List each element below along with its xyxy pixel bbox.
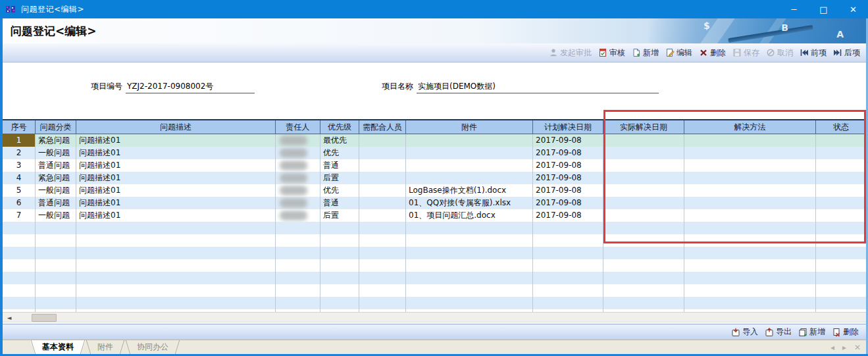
header-helpers[interactable]: 需配合人员	[359, 120, 406, 134]
cell-solution[interactable]	[684, 159, 816, 172]
cell-responsible[interactable]	[276, 284, 320, 297]
header-seq[interactable]: 序号	[3, 120, 36, 134]
cell-category[interactable]	[36, 234, 76, 247]
cell-seq[interactable]: 7	[3, 209, 36, 222]
cell-solution[interactable]	[684, 197, 816, 209]
cell-actual-date[interactable]	[603, 134, 684, 147]
cell-responsible[interactable]	[276, 247, 320, 259]
cell-category[interactable]	[36, 259, 76, 272]
cell-status[interactable]	[816, 197, 866, 209]
cell-priority[interactable]	[320, 259, 359, 272]
cell-solution[interactable]	[684, 147, 816, 159]
cell-actual-date[interactable]	[603, 184, 684, 197]
minimize-button[interactable]: ─	[779, 0, 809, 18]
cell-priority[interactable]	[320, 284, 359, 297]
cell-category[interactable]: 一般问题	[36, 184, 76, 197]
cell-planned-date[interactable]: 2017-09-08	[533, 184, 603, 197]
cell-responsible[interactable]	[276, 234, 320, 247]
cell-description[interactable]	[76, 247, 276, 259]
header-status[interactable]: 状态	[816, 120, 866, 134]
cell-status[interactable]	[816, 147, 866, 159]
cell-helpers[interactable]	[359, 234, 406, 247]
cell-description[interactable]: 问题描述01	[76, 134, 276, 147]
cell-solution[interactable]	[684, 259, 816, 272]
cell-status[interactable]	[816, 234, 866, 247]
table-row[interactable]: 3普通问题问题描述01普通2017-09-08	[3, 159, 866, 172]
tab-scroll-left-button[interactable]: ◂	[830, 343, 834, 352]
cell-planned-date[interactable]: 2017-09-08	[533, 147, 603, 159]
cell-description[interactable]	[76, 234, 276, 247]
cell-description[interactable]: 问题描述01	[76, 197, 276, 209]
tab-attachments[interactable]: 附件	[86, 340, 125, 354]
cell-attachment[interactable]	[406, 297, 533, 309]
table-row[interactable]	[3, 272, 866, 284]
cell-responsible[interactable]	[276, 259, 320, 272]
table-row[interactable]: 2一般问题问题描述01优先2017-09-08	[3, 147, 866, 159]
header-responsible[interactable]: 责任人	[276, 120, 320, 134]
table-row[interactable]: 4紧急问题问题描述01后置2017-09-08	[3, 172, 866, 184]
table-row[interactable]: 7一般问题问题描述01后置01、项目问题汇总.docx2017-09-08	[3, 209, 866, 222]
cell-helpers[interactable]	[359, 159, 406, 172]
edit-button[interactable]: 编辑	[662, 45, 696, 61]
header-planned-date[interactable]: 计划解决日期	[533, 120, 603, 134]
cell-planned-date[interactable]: 2017-09-08	[533, 209, 603, 222]
table-row[interactable]	[3, 297, 866, 309]
cell-responsible[interactable]	[276, 134, 320, 147]
cell-actual-date[interactable]	[603, 284, 684, 297]
cell-planned-date[interactable]: 2017-09-08	[533, 172, 603, 184]
cell-solution[interactable]	[684, 284, 816, 297]
cell-attachment[interactable]: 01、QQ对接(专属客服).xlsx	[406, 197, 533, 209]
cell-solution[interactable]	[684, 297, 816, 309]
cell-actual-date[interactable]	[603, 147, 684, 159]
cell-attachment[interactable]	[406, 222, 533, 234]
cell-description[interactable]	[76, 259, 276, 272]
cell-category[interactable]: 紧急问题	[36, 172, 76, 184]
cell-description[interactable]	[76, 284, 276, 297]
cell-status[interactable]	[816, 184, 866, 197]
cell-responsible[interactable]	[276, 297, 320, 309]
cell-priority[interactable]	[320, 247, 359, 259]
cell-planned-date[interactable]	[533, 272, 603, 284]
cell-seq[interactable]: 2	[3, 147, 36, 159]
project-number-field[interactable]: YZJ2-2017-0908002号	[126, 79, 255, 93]
cell-category[interactable]: 普通问题	[36, 159, 76, 172]
cell-planned-date[interactable]	[533, 234, 603, 247]
cancel-button[interactable]: 取消	[763, 45, 796, 61]
cell-description[interactable]	[76, 272, 276, 284]
cell-planned-date[interactable]	[533, 297, 603, 309]
cell-category[interactable]	[36, 272, 76, 284]
initiate-approval-button[interactable]: 发起审批	[546, 45, 595, 61]
header-category[interactable]: 问题分类	[36, 120, 76, 134]
maximize-button[interactable]: □	[809, 0, 838, 18]
cell-category[interactable]: 一般问题	[36, 147, 76, 159]
tab-scroll-right-button[interactable]: ▸	[842, 343, 846, 352]
cell-solution[interactable]	[684, 272, 816, 284]
cell-responsible[interactable]	[276, 209, 320, 222]
add-button[interactable]: 新增	[628, 45, 662, 61]
cell-status[interactable]	[816, 159, 866, 172]
cell-responsible[interactable]	[276, 147, 320, 159]
cell-status[interactable]	[816, 297, 866, 309]
cell-actual-date[interactable]	[603, 209, 684, 222]
cell-status[interactable]	[816, 259, 866, 272]
cell-helpers[interactable]	[359, 222, 406, 234]
cell-category[interactable]	[36, 247, 76, 259]
cell-helpers[interactable]	[359, 184, 406, 197]
cell-helpers[interactable]	[359, 197, 406, 209]
cell-priority[interactable]: 优先	[320, 184, 359, 197]
scroll-thumb[interactable]	[32, 314, 57, 322]
cell-planned-date[interactable]	[533, 247, 603, 259]
cell-actual-date[interactable]	[603, 197, 684, 209]
delete-row-button[interactable]: 删除	[829, 324, 862, 340]
table-row[interactable]	[3, 234, 866, 247]
cell-solution[interactable]	[684, 222, 816, 234]
scroll-left-arrow[interactable]: ◄	[4, 313, 14, 322]
cell-category[interactable]: 一般问题	[36, 209, 76, 222]
cell-attachment[interactable]	[406, 247, 533, 259]
cell-attachment[interactable]	[406, 234, 533, 247]
header-attachment[interactable]: 附件	[406, 120, 533, 134]
cell-helpers[interactable]	[359, 284, 406, 297]
cell-seq[interactable]	[3, 297, 36, 309]
cell-responsible[interactable]	[276, 159, 320, 172]
cell-category[interactable]	[36, 222, 76, 234]
